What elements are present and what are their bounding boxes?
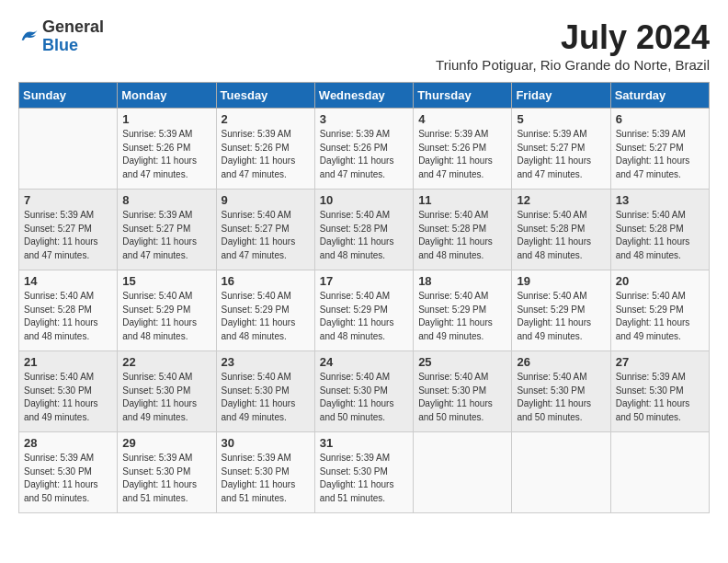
- day-number: 25: [418, 355, 506, 369]
- day-number: 24: [320, 355, 408, 369]
- day-number: 7: [24, 193, 112, 207]
- day-info: Sunrise: 5:40 AM Sunset: 5:27 PM Dayligh…: [222, 209, 310, 262]
- calendar-week-4: 21Sunrise: 5:40 AM Sunset: 5:30 PM Dayli…: [19, 351, 710, 432]
- day-info: Sunrise: 5:40 AM Sunset: 5:28 PM Dayligh…: [616, 209, 704, 262]
- day-number: 8: [122, 193, 210, 207]
- calendar-cell: 22Sunrise: 5:40 AM Sunset: 5:30 PM Dayli…: [118, 351, 216, 432]
- calendar-cell: 30Sunrise: 5:39 AM Sunset: 5:30 PM Dayli…: [216, 432, 314, 513]
- day-info: Sunrise: 5:39 AM Sunset: 5:27 PM Dayligh…: [122, 209, 210, 262]
- calendar-cell: 4Sunrise: 5:39 AM Sunset: 5:26 PM Daylig…: [414, 109, 512, 190]
- calendar-cell: 11Sunrise: 5:40 AM Sunset: 5:28 PM Dayli…: [414, 190, 512, 270]
- day-info: Sunrise: 5:40 AM Sunset: 5:28 PM Dayligh…: [418, 209, 506, 262]
- calendar-cell: 10Sunrise: 5:40 AM Sunset: 5:28 PM Dayli…: [314, 190, 413, 270]
- calendar-cell: 3Sunrise: 5:39 AM Sunset: 5:26 PM Daylig…: [314, 109, 413, 190]
- month-year-title: July 2024: [436, 18, 710, 57]
- day-info: Sunrise: 5:40 AM Sunset: 5:28 PM Dayligh…: [517, 209, 605, 262]
- day-number: 10: [320, 193, 408, 207]
- day-info: Sunrise: 5:40 AM Sunset: 5:29 PM Dayligh…: [418, 290, 506, 343]
- location-subtitle: Triunfo Potiguar, Rio Grande do Norte, B…: [436, 57, 710, 73]
- calendar-cell: 1Sunrise: 5:39 AM Sunset: 5:26 PM Daylig…: [118, 109, 216, 190]
- calendar-cell: 26Sunrise: 5:40 AM Sunset: 5:30 PM Dayli…: [512, 351, 610, 432]
- calendar-cell: 12Sunrise: 5:40 AM Sunset: 5:28 PM Dayli…: [512, 190, 610, 270]
- header-day-wednesday: Wednesday: [314, 83, 413, 109]
- day-number: 20: [616, 274, 704, 288]
- day-info: Sunrise: 5:40 AM Sunset: 5:30 PM Dayligh…: [222, 371, 310, 424]
- day-info: Sunrise: 5:39 AM Sunset: 5:26 PM Dayligh…: [418, 128, 506, 181]
- day-number: 15: [122, 274, 210, 288]
- day-info: Sunrise: 5:39 AM Sunset: 5:30 PM Dayligh…: [24, 452, 112, 505]
- day-number: 16: [222, 274, 310, 288]
- day-number: 18: [418, 274, 506, 288]
- day-number: 21: [24, 355, 112, 369]
- header-day-tuesday: Tuesday: [216, 83, 314, 109]
- logo-blue-text: Blue: [42, 36, 78, 54]
- page-header: General Blue July 2024 Triunfo Potiguar,…: [18, 18, 710, 73]
- day-number: 12: [517, 193, 605, 207]
- day-number: 13: [616, 193, 704, 207]
- calendar-week-3: 14Sunrise: 5:40 AM Sunset: 5:28 PM Dayli…: [19, 270, 710, 351]
- day-number: 29: [122, 436, 210, 450]
- calendar-table: SundayMondayTuesdayWednesdayThursdayFrid…: [18, 82, 710, 513]
- day-number: 31: [320, 436, 408, 450]
- day-info: Sunrise: 5:40 AM Sunset: 5:29 PM Dayligh…: [320, 290, 408, 343]
- calendar-cell: 16Sunrise: 5:40 AM Sunset: 5:29 PM Dayli…: [216, 270, 314, 351]
- calendar-cell: 17Sunrise: 5:40 AM Sunset: 5:29 PM Dayli…: [314, 270, 413, 351]
- day-info: Sunrise: 5:39 AM Sunset: 5:30 PM Dayligh…: [222, 452, 310, 505]
- header-day-monday: Monday: [118, 83, 216, 109]
- calendar-cell: 23Sunrise: 5:40 AM Sunset: 5:30 PM Dayli…: [216, 351, 314, 432]
- calendar-cell: 2Sunrise: 5:39 AM Sunset: 5:26 PM Daylig…: [216, 109, 314, 190]
- day-info: Sunrise: 5:39 AM Sunset: 5:27 PM Dayligh…: [616, 128, 704, 181]
- day-info: Sunrise: 5:39 AM Sunset: 5:30 PM Dayligh…: [616, 371, 704, 424]
- calendar-cell: 18Sunrise: 5:40 AM Sunset: 5:29 PM Dayli…: [414, 270, 512, 351]
- day-info: Sunrise: 5:40 AM Sunset: 5:29 PM Dayligh…: [222, 290, 310, 343]
- day-number: 19: [517, 274, 605, 288]
- calendar-cell: [414, 432, 512, 513]
- calendar-cell: 24Sunrise: 5:40 AM Sunset: 5:30 PM Dayli…: [314, 351, 413, 432]
- calendar-cell: 21Sunrise: 5:40 AM Sunset: 5:30 PM Dayli…: [19, 351, 118, 432]
- calendar-cell: 5Sunrise: 5:39 AM Sunset: 5:27 PM Daylig…: [512, 109, 610, 190]
- day-info: Sunrise: 5:39 AM Sunset: 5:27 PM Dayligh…: [517, 128, 605, 181]
- header-day-saturday: Saturday: [610, 83, 709, 109]
- day-info: Sunrise: 5:40 AM Sunset: 5:29 PM Dayligh…: [122, 290, 210, 343]
- day-info: Sunrise: 5:39 AM Sunset: 5:30 PM Dayligh…: [122, 452, 210, 505]
- day-number: 11: [418, 193, 506, 207]
- calendar-cell: 28Sunrise: 5:39 AM Sunset: 5:30 PM Dayli…: [19, 432, 118, 513]
- calendar-cell: 6Sunrise: 5:39 AM Sunset: 5:27 PM Daylig…: [610, 109, 709, 190]
- day-number: 6: [616, 112, 704, 126]
- day-info: Sunrise: 5:39 AM Sunset: 5:26 PM Dayligh…: [122, 128, 210, 181]
- calendar-cell: [610, 432, 709, 513]
- calendar-cell: 31Sunrise: 5:39 AM Sunset: 5:30 PM Dayli…: [314, 432, 413, 513]
- calendar-cell: 15Sunrise: 5:40 AM Sunset: 5:29 PM Dayli…: [118, 270, 216, 351]
- calendar-week-5: 28Sunrise: 5:39 AM Sunset: 5:30 PM Dayli…: [19, 432, 710, 513]
- day-number: 1: [122, 112, 210, 126]
- day-info: Sunrise: 5:40 AM Sunset: 5:29 PM Dayligh…: [517, 290, 605, 343]
- calendar-cell: 25Sunrise: 5:40 AM Sunset: 5:30 PM Dayli…: [414, 351, 512, 432]
- day-number: 23: [222, 355, 310, 369]
- day-number: 22: [122, 355, 210, 369]
- calendar-cell: 19Sunrise: 5:40 AM Sunset: 5:29 PM Dayli…: [512, 270, 610, 351]
- day-info: Sunrise: 5:40 AM Sunset: 5:28 PM Dayligh…: [320, 209, 408, 262]
- calendar-cell: 8Sunrise: 5:39 AM Sunset: 5:27 PM Daylig…: [118, 190, 216, 270]
- day-number: 28: [24, 436, 112, 450]
- calendar-cell: 20Sunrise: 5:40 AM Sunset: 5:29 PM Dayli…: [610, 270, 709, 351]
- day-info: Sunrise: 5:40 AM Sunset: 5:30 PM Dayligh…: [24, 371, 112, 424]
- day-number: 30: [222, 436, 310, 450]
- day-info: Sunrise: 5:40 AM Sunset: 5:30 PM Dayligh…: [122, 371, 210, 424]
- header-day-friday: Friday: [512, 83, 610, 109]
- calendar-cell: 13Sunrise: 5:40 AM Sunset: 5:28 PM Dayli…: [610, 190, 709, 270]
- day-info: Sunrise: 5:40 AM Sunset: 5:29 PM Dayligh…: [616, 290, 704, 343]
- calendar-week-2: 7Sunrise: 5:39 AM Sunset: 5:27 PM Daylig…: [19, 190, 710, 270]
- day-info: Sunrise: 5:39 AM Sunset: 5:27 PM Dayligh…: [24, 209, 112, 262]
- logo: General Blue: [18, 18, 104, 55]
- day-info: Sunrise: 5:39 AM Sunset: 5:26 PM Dayligh…: [222, 128, 310, 181]
- calendar-cell: 9Sunrise: 5:40 AM Sunset: 5:27 PM Daylig…: [216, 190, 314, 270]
- header-row: SundayMondayTuesdayWednesdayThursdayFrid…: [19, 83, 710, 109]
- calendar-cell: 29Sunrise: 5:39 AM Sunset: 5:30 PM Dayli…: [118, 432, 216, 513]
- calendar-cell: 14Sunrise: 5:40 AM Sunset: 5:28 PM Dayli…: [19, 270, 118, 351]
- calendar-week-1: 1Sunrise: 5:39 AM Sunset: 5:26 PM Daylig…: [19, 109, 710, 190]
- header-day-sunday: Sunday: [19, 83, 118, 109]
- calendar-body: 1Sunrise: 5:39 AM Sunset: 5:26 PM Daylig…: [19, 109, 710, 513]
- header-day-thursday: Thursday: [414, 83, 512, 109]
- calendar-cell: [19, 109, 118, 190]
- day-info: Sunrise: 5:40 AM Sunset: 5:30 PM Dayligh…: [320, 371, 408, 424]
